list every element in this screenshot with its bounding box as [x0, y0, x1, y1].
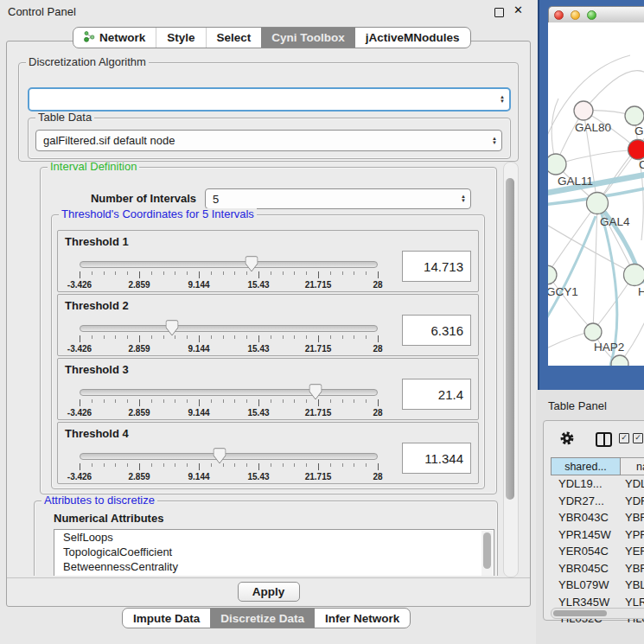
close-icon[interactable]: ✕ — [513, 3, 523, 16]
close-traffic-light[interactable] — [554, 10, 564, 20]
top-tab-bar: Network Style Select Cyni Toolbox jActiv… — [73, 27, 471, 48]
threshold-value-field[interactable]: 14.713 — [402, 251, 471, 282]
table-row[interactable]: YBL079WYBL0 — [551, 577, 644, 594]
tab-infer-network[interactable]: Infer Network — [315, 609, 410, 628]
discretization-algorithm-group: Discretization Algorithm ▲▼ Table Data g… — [18, 62, 519, 162]
table-hscrollbar[interactable] — [551, 608, 644, 619]
threshold-panel: Threshold 3 -3.4262.8599.14415.4321.7152… — [57, 358, 479, 420]
slider-track[interactable] — [80, 261, 378, 268]
network-node-gcy1[interactable] — [548, 265, 557, 284]
column-header-name[interactable]: na — [621, 457, 644, 475]
bottom-tab-bar: Impute Data Discretize Data Infer Networ… — [122, 608, 411, 628]
threshold-panel: Threshold 2 -3.4262.8599.14415.4321.7152… — [57, 294, 479, 356]
attribute-item[interactable]: BetweennessCentrality — [54, 559, 494, 574]
network-icon — [84, 30, 95, 45]
settings-scroll-area: Interval Definition Number of Intervals … — [11, 162, 502, 576]
node-label: C — [639, 158, 644, 171]
control-panel: Control Panel ✕ Network Style Select Cyn… — [0, 0, 536, 644]
group-title: Interval Definition — [48, 162, 139, 173]
node-label: HAP2 — [594, 341, 624, 354]
tab-label: Cyni Toolbox — [271, 31, 345, 44]
network-node-gal11[interactable] — [548, 154, 566, 175]
number-of-intervals-combobox[interactable]: 5 ▲▼ — [205, 188, 471, 209]
table-row[interactable]: YER054CYER0 — [551, 543, 644, 560]
table-row[interactable]: YBR045CYBR0 — [551, 560, 644, 577]
panel-title: Control Panel — [8, 5, 76, 18]
tab-style[interactable]: Style — [156, 28, 205, 48]
table-row[interactable]: YDR27...YDR2 — [551, 493, 644, 510]
settings-scrollbar[interactable] — [503, 162, 519, 577]
table-panel: Table Panel ✓ ✓ shared... na YDL19...YDL… — [536, 390, 644, 644]
slider-tick-labels: -3.4262.8599.14415.4321.71528 — [80, 280, 378, 290]
scrollbar-thumb[interactable] — [483, 532, 491, 569]
columns-icon[interactable] — [596, 432, 612, 447]
float-window-icon[interactable] — [494, 8, 504, 17]
tab-label: Discretize Data — [220, 612, 304, 625]
table-row[interactable]: YBR043CYBR0 — [551, 509, 644, 526]
network-node-gal4[interactable] — [587, 193, 609, 214]
apply-button[interactable]: Apply — [238, 582, 300, 602]
tab-network[interactable]: Network — [73, 28, 156, 48]
algorithm-combobox[interactable]: ▲▼ — [28, 87, 511, 112]
table-row[interactable]: YPR145WYPR1 — [551, 526, 644, 544]
table-panel-title: Table Panel — [548, 399, 607, 412]
threshold-value-field[interactable]: 11.344 — [402, 443, 471, 474]
network-node-selected-red[interactable] — [628, 140, 644, 160]
slider-track[interactable] — [80, 453, 378, 460]
network-node-gal80[interactable] — [574, 101, 593, 120]
tab-label: Infer Network — [325, 612, 399, 625]
slider-thumb[interactable] — [309, 384, 322, 400]
interval-definition-group: Interval Definition Number of Intervals … — [40, 167, 497, 494]
checkbox-icon[interactable]: ✓ — [619, 433, 629, 443]
column-header-shared-name[interactable]: shared... — [551, 457, 621, 475]
slider-tick-labels: -3.4262.8599.14415.4321.71528 — [80, 344, 378, 354]
tab-discretize-data[interactable]: Discretize Data — [210, 609, 315, 628]
attribute-item[interactable]: TopologicalCoefficient — [54, 545, 494, 559]
network-node[interactable] — [625, 106, 644, 125]
slider-thumb[interactable] — [245, 256, 258, 272]
thresholds-coordinates-group: Threshold's Coordinates for 5 Intervals … — [51, 214, 485, 489]
numerical-attributes-list[interactable]: SelfLoopsTopologicalCoefficientBetweenne… — [54, 529, 494, 576]
minimize-traffic-light[interactable] — [571, 10, 580, 20]
scrollbar-thumb[interactable] — [506, 178, 514, 500]
slider-thumb[interactable] — [165, 320, 178, 336]
slider-tick-labels: -3.4262.8599.14415.4321.71528 — [80, 408, 378, 418]
threshold-value-field[interactable]: 6.316 — [402, 315, 471, 346]
node-label: H — [638, 285, 644, 298]
attribute-item[interactable]: SelfLoops — [54, 530, 494, 545]
network-node[interactable] — [624, 265, 644, 286]
cyni-toolbox-panel: Discretization Algorithm ▲▼ Table Data g… — [6, 41, 531, 607]
threshold-label: Threshold 1 — [65, 235, 129, 248]
threshold-slider[interactable]: -3.4262.8599.14415.4321.71528 — [80, 257, 378, 288]
checkbox-icon[interactable]: ✓ — [633, 433, 643, 443]
attributes-to-discretize-group: Attributes to discretize Numerical Attri… — [34, 501, 498, 576]
zoom-traffic-light[interactable] — [587, 10, 596, 20]
threshold-slider[interactable]: -3.4262.8599.14415.4321.71528 — [80, 449, 378, 480]
network-window-titlebar[interactable] — [548, 6, 644, 24]
network-node-hap2[interactable] — [584, 323, 602, 341]
threshold-label: Threshold 3 — [65, 363, 129, 376]
threshold-slider[interactable]: -3.4262.8599.14415.4321.71528 — [80, 321, 378, 352]
list-scrollbar[interactable] — [481, 531, 493, 576]
control-panel-titlebar: Control Panel ✕ — [0, 0, 536, 22]
threshold-slider[interactable]: -3.4262.8599.14415.4321.71528 — [80, 385, 378, 416]
tab-impute-data[interactable]: Impute Data — [123, 609, 210, 628]
table-row[interactable]: YDL19...YDL1 — [551, 475, 644, 493]
tab-jactivemnodules[interactable]: jActiveMNodules — [355, 28, 470, 48]
table-header: shared... na — [551, 457, 644, 475]
table-data-combobox[interactable]: galFiltered.sif default node ▲▼ — [35, 130, 502, 151]
threshold-value-field[interactable]: 21.4 — [402, 379, 471, 410]
tab-cyni-toolbox[interactable]: Cyni Toolbox — [261, 28, 355, 48]
slider-track[interactable] — [80, 389, 378, 396]
gear-icon[interactable] — [559, 430, 575, 450]
table-data-group: Table Data galFiltered.sif default node … — [28, 118, 511, 159]
tab-select[interactable]: Select — [206, 28, 262, 48]
scrollbar-thumb[interactable] — [553, 610, 607, 616]
slider-track[interactable] — [80, 325, 378, 332]
combo-value: 5 — [213, 193, 219, 206]
slider-ticks — [80, 399, 378, 407]
slider-thumb[interactable] — [214, 448, 226, 464]
combo-arrows-icon: ▲▼ — [461, 194, 466, 203]
network-canvas[interactable]: GAL80 G. C GAL11 GAL4 GCY1 H HAP2 — [548, 22, 644, 366]
node-label: GAL11 — [558, 175, 593, 188]
